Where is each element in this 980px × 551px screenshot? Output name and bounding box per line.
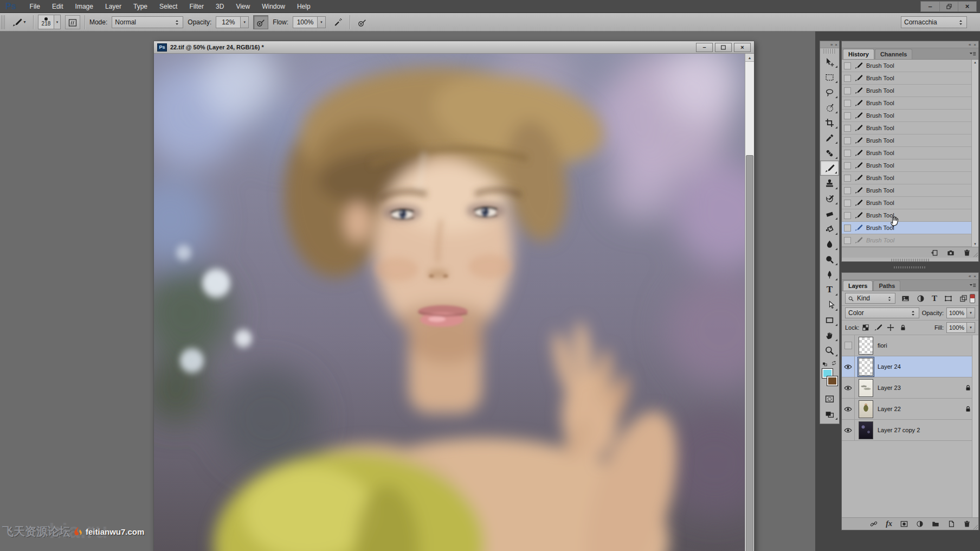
new-document-from-state-button[interactable] [931, 249, 938, 257]
new-group-button[interactable] [932, 520, 939, 528]
healing-brush-tool[interactable] [820, 145, 839, 161]
screen-mode-button[interactable] [820, 406, 839, 421]
menu-item[interactable]: 3D [210, 0, 230, 13]
history-entry[interactable]: Brush Tool [842, 110, 978, 122]
layer-thumbnail[interactable] [859, 400, 873, 418]
lock-all-button[interactable] [899, 324, 907, 331]
path-selection-tool[interactable] [820, 297, 839, 312]
tab-history[interactable]: History [843, 49, 874, 59]
history-entry[interactable]: Brush Tool [842, 209, 978, 222]
document-canvas[interactable]: ▲ [154, 54, 754, 551]
menu-item[interactable]: Layer [99, 0, 127, 13]
fill-dropdown[interactable]: ▼ [967, 322, 975, 333]
filter-shape-layers-button[interactable] [944, 294, 952, 303]
background-color-swatch[interactable] [827, 376, 838, 386]
history-entry[interactable]: Brush Tool [842, 122, 978, 134]
opacity-dropdown[interactable]: ▼ [241, 16, 249, 28]
restore-button[interactable] [939, 2, 958, 11]
layer-filter-select[interactable]: Kind [845, 293, 895, 304]
layer-filter-toggle[interactable] [970, 294, 975, 303]
panel-gutter[interactable] [841, 262, 979, 272]
fill-value[interactable]: 100% [946, 322, 967, 333]
opacity-value[interactable]: 12% [216, 16, 241, 28]
resize-grip[interactable] [972, 524, 978, 529]
filter-smart-objects-button[interactable] [959, 294, 968, 303]
filter-type-layers-button[interactable]: T [932, 294, 937, 303]
layer-visibility-toggle[interactable] [842, 420, 855, 440]
history-scrollbar[interactable]: ▲ ▼ [971, 60, 978, 247]
layer-visibility-toggle[interactable] [842, 399, 855, 419]
panel-drag-handle[interactable] [891, 259, 929, 261]
scroll-down-icon[interactable]: ▼ [973, 242, 977, 246]
menu-item[interactable]: Select [153, 0, 183, 13]
history-entry[interactable]: Brush Tool [842, 222, 978, 234]
history-source-well[interactable] [844, 87, 851, 94]
brush-preset-dropdown[interactable]: ▼ [54, 15, 61, 29]
menu-item[interactable]: Help [291, 0, 317, 13]
history-entry[interactable]: Brush Tool [842, 197, 978, 209]
default-colors-icon[interactable] [822, 359, 828, 367]
layer-visibility-toggle[interactable] [842, 356, 855, 377]
dodge-tool[interactable] [820, 252, 839, 267]
menu-item[interactable]: File [24, 0, 46, 13]
history-entry[interactable]: Brush Tool [842, 134, 978, 147]
brush-preset-picker[interactable]: 218 [38, 15, 54, 29]
history-entry[interactable]: Brush Tool [842, 72, 978, 85]
pressure-opacity-button[interactable] [253, 15, 268, 29]
type-tool[interactable]: T [820, 282, 839, 297]
link-layers-button[interactable] [870, 520, 878, 528]
history-source-well[interactable] [844, 237, 851, 244]
layer-visibility-toggle[interactable] [842, 335, 855, 356]
minimize-button[interactable]: – [921, 2, 939, 11]
layer-blend-mode-select[interactable]: Color [845, 307, 919, 318]
doc-close-button[interactable]: × [734, 43, 751, 52]
tool-preset-picker[interactable]: ▼ [10, 16, 29, 29]
move-tool[interactable] [820, 54, 839, 69]
close-icon[interactable]: × [973, 42, 976, 47]
tab-layers[interactable]: Layers [843, 280, 873, 291]
layer-name[interactable]: fiori [878, 342, 887, 349]
workspace-select[interactable]: Cornacchia [901, 16, 967, 28]
lock-image-pixels-button[interactable] [874, 324, 882, 331]
layers-scrollbar[interactable] [972, 335, 978, 517]
flow-value[interactable]: 100% [293, 16, 318, 28]
collapse-panel-icon[interactable]: « [969, 42, 971, 47]
collapse-panel-icon[interactable]: « [969, 274, 971, 279]
lock-transparent-pixels-button[interactable] [862, 324, 869, 331]
layer-opacity-value[interactable]: 100% [946, 307, 967, 318]
vertical-scrollbar[interactable]: ▲ [745, 54, 754, 551]
history-source-well[interactable] [844, 137, 851, 144]
history-source-well[interactable] [844, 187, 851, 194]
doc-maximize-button[interactable] [715, 43, 732, 52]
menu-item[interactable]: View [230, 0, 256, 13]
history-source-well[interactable] [844, 162, 851, 169]
zoom-tool[interactable] [820, 343, 839, 358]
quick-selection-tool[interactable] [820, 100, 839, 115]
menu-item[interactable]: Image [69, 0, 99, 13]
history-entry[interactable]: Brush Tool [842, 159, 978, 172]
layer-name[interactable]: Layer 27 copy 2 [878, 427, 920, 433]
history-source-well[interactable] [844, 225, 851, 232]
filter-pixel-layers-button[interactable] [901, 294, 910, 303]
pen-tool[interactable] [820, 267, 839, 282]
history-entry[interactable]: Brush Tool [842, 172, 978, 184]
history-entry[interactable]: Brush Tool [842, 184, 978, 197]
layer-name[interactable]: Layer 23 [878, 385, 901, 391]
menu-item[interactable]: Window [256, 0, 291, 13]
history-entry[interactable]: Brush Tool [842, 85, 978, 97]
delete-layer-button[interactable] [963, 520, 971, 528]
layer-visibility-toggle[interactable] [842, 377, 855, 398]
history-source-well[interactable] [844, 200, 851, 207]
close-button[interactable]: × [958, 2, 976, 11]
add-layer-mask-button[interactable] [900, 520, 908, 528]
layer-thumbnail[interactable] [859, 358, 873, 376]
history-source-well[interactable] [844, 62, 851, 69]
fiori[interactable]: fiori [842, 335, 978, 356]
menu-item[interactable]: Type [127, 0, 153, 13]
tools-panel-grip[interactable] [823, 49, 836, 54]
scrollbar-thumb[interactable] [746, 155, 753, 551]
history-source-well[interactable] [844, 112, 851, 119]
lasso-tool[interactable] [820, 85, 839, 100]
scroll-up-icon[interactable]: ▲ [745, 54, 754, 62]
eraser-tool[interactable] [820, 206, 839, 221]
